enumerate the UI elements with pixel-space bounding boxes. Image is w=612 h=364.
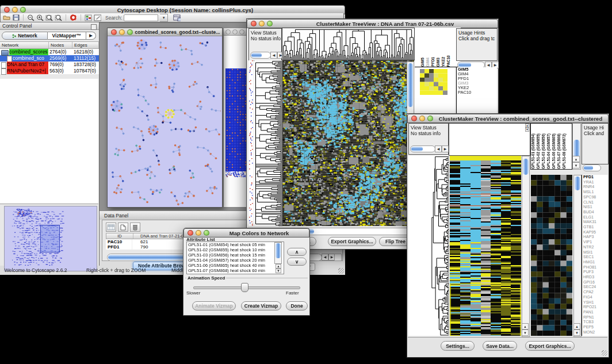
minimize-button[interactable] bbox=[196, 230, 201, 236]
attribute-list-item[interactable]: GPL51-04 (GSM857) heat shock 20 min bbox=[187, 258, 284, 263]
slower-label: Slower bbox=[186, 290, 200, 296]
titlebar-map-colors[interactable]: Map Colors to Network bbox=[183, 228, 309, 237]
minimize-button[interactable] bbox=[419, 116, 425, 121]
usage-hints-scrollbar[interactable] bbox=[583, 164, 601, 171]
close-button[interactable] bbox=[4, 7, 10, 13]
heatmap-main[interactable] bbox=[450, 156, 521, 336]
plugin-icon[interactable] bbox=[85, 14, 92, 21]
zoom-button[interactable] bbox=[204, 230, 209, 236]
tab-network[interactable]: Network bbox=[2, 32, 48, 40]
export-graphics-button[interactable]: Export Graphics... bbox=[525, 341, 575, 351]
control-panel-tabs: Network VizMapper™ ▶ bbox=[2, 32, 97, 40]
network-overview-panel[interactable] bbox=[4, 206, 97, 271]
search-dropdown-icon[interactable]: ▼ bbox=[160, 14, 168, 22]
search-input[interactable] bbox=[124, 14, 158, 21]
minimize-button[interactable] bbox=[119, 29, 125, 35]
zoom-out-icon[interactable] bbox=[27, 14, 35, 21]
map-colors-title: Map Colors to Network bbox=[209, 230, 309, 236]
titlebar-network-view-2[interactable] bbox=[224, 28, 249, 36]
column-dendrogram[interactable] bbox=[282, 28, 415, 60]
delete-attribute-icon[interactable] bbox=[130, 223, 140, 232]
status-welcome: Welcome to Cytoscape 2.6.2 bbox=[5, 267, 67, 273]
column-dendro-arrows[interactable]: ▲▼ bbox=[525, 124, 529, 132]
tab-overflow-button[interactable]: ▶ bbox=[86, 32, 96, 40]
attribute-list-item[interactable]: GPL51-03 (GSM856) heat shock 15 min bbox=[187, 252, 284, 258]
attribute-list-item[interactable]: GPL51-01 (GSM854) heat shock 05 min bbox=[187, 242, 284, 247]
zoom-vscrollbar[interactable] bbox=[573, 175, 582, 337]
zoom-scroll-arrows[interactable]: ▲▼ bbox=[573, 323, 580, 336]
move-up-button[interactable]: ∧ bbox=[287, 248, 307, 256]
heatmap-main[interactable] bbox=[282, 60, 414, 226]
tab-vizmapper[interactable]: VizMapper™ bbox=[48, 32, 86, 40]
done-button[interactable]: Done bbox=[286, 301, 308, 311]
network-list-empty-area bbox=[0, 79, 98, 204]
zoom-button[interactable] bbox=[127, 29, 133, 35]
resize-grip[interactable] bbox=[602, 350, 607, 356]
row-dendrogram[interactable] bbox=[254, 60, 282, 226]
attribute-list-scrollbar[interactable] bbox=[274, 242, 282, 264]
titlebar-treeview-combined[interactable]: ClusterMaker TreeView : combined_scores_… bbox=[407, 114, 609, 123]
zoom-button[interactable] bbox=[20, 7, 26, 13]
animation-slider-thumb[interactable] bbox=[241, 283, 248, 292]
attribute-select-icon[interactable] bbox=[106, 223, 116, 232]
close-button[interactable] bbox=[411, 116, 417, 121]
column-labels: GIM5GIM4PFD1GIM3YKE2PAC10 bbox=[415, 28, 461, 67]
create-vizmap-button[interactable]: Create Vizmap bbox=[241, 301, 281, 311]
attribute-list-item[interactable]: GPL51-06 (GSM865) heat shock 40 min bbox=[187, 263, 284, 268]
treeview-combined-title: ClusterMaker TreeView : combined_scores_… bbox=[433, 116, 608, 122]
heatmap-scroll-arrows[interactable]: ▲▼ bbox=[522, 323, 529, 336]
network-row[interactable]: combined_scores 2764(0) 16218(0) bbox=[0, 49, 99, 55]
network-canvas[interactable] bbox=[108, 36, 221, 206]
network-table: Network Nodes Edges combined_scores 2764… bbox=[0, 41, 99, 74]
network-row[interactable]: combined_sco 2569(6) 13112(15) bbox=[0, 55, 99, 62]
network-row[interactable]: RNAPuberNov2+| 563(0) 107847(0) bbox=[0, 68, 99, 74]
minimize-button[interactable] bbox=[12, 7, 18, 13]
attribute-list-scroll-arrows[interactable]: ▲▼ bbox=[276, 264, 281, 273]
zoom-in-icon[interactable] bbox=[36, 14, 44, 21]
attribute-list-item[interactable]: GPL51-07 (GSM868) heat shock 60 min bbox=[187, 268, 284, 273]
settings-button[interactable]: Settings... bbox=[441, 341, 475, 351]
table-import-icon[interactable] bbox=[173, 14, 181, 21]
close-button[interactable] bbox=[111, 29, 117, 35]
close-button[interactable] bbox=[188, 230, 193, 236]
titlebar-network-view[interactable]: combined_scores_good.txt--cluste... bbox=[108, 28, 222, 36]
open-icon[interactable] bbox=[3, 14, 10, 21]
window-treeview-combined: ClusterMaker TreeView : combined_scores_… bbox=[407, 113, 609, 358]
zoom-button[interactable] bbox=[427, 116, 433, 121]
zoom-fit-icon[interactable] bbox=[45, 14, 53, 21]
float-icon[interactable] bbox=[91, 24, 97, 30]
heatmap-vscrollbar[interactable] bbox=[522, 156, 530, 337]
attribute-list[interactable]: GPL51-01 (GSM854) heat shock 05 minGPL51… bbox=[186, 242, 284, 274]
window-network-view[interactable]: combined_scores_good.txt--cluste... bbox=[107, 28, 223, 208]
create-attribute-icon[interactable] bbox=[118, 223, 128, 232]
resize-grip[interactable] bbox=[338, 268, 344, 274]
save-icon[interactable] bbox=[12, 14, 20, 21]
control-panel: Control Panel Network VizMapper™ ▶ Netwo… bbox=[0, 22, 100, 266]
window-title: Cytoscape Desktop (Session Name: collins… bbox=[26, 7, 345, 13]
column-dendrogram-empty bbox=[449, 123, 530, 156]
annotation-icon[interactable] bbox=[94, 14, 101, 21]
treeview-dna-title: ClusterMaker TreeView : DNA and Tran 07-… bbox=[273, 21, 498, 27]
column-labels-scroll-arrows[interactable]: ▲▼ bbox=[572, 156, 580, 168]
zoom-selected-icon[interactable] bbox=[55, 14, 62, 21]
data-panel-scroll-arrows[interactable]: ◀▶ bbox=[322, 254, 335, 260]
zoom-button[interactable] bbox=[267, 21, 273, 26]
window-map-colors: Map Colors to Network Attribute List GPL… bbox=[183, 228, 310, 316]
titlebar-treeview-dna[interactable]: ClusterMaker TreeView : DNA and Tran 07-… bbox=[247, 19, 498, 28]
attribute-list-item[interactable]: GPL51-02 (GSM855) heat shock 10 min bbox=[187, 247, 284, 252]
help-icon[interactable] bbox=[70, 14, 77, 21]
minimize-button[interactable] bbox=[259, 21, 265, 26]
similarity-matrix[interactable] bbox=[420, 69, 447, 95]
close-button[interactable] bbox=[251, 21, 257, 26]
row-dendrogram[interactable] bbox=[408, 156, 449, 336]
heatmap-zoom[interactable] bbox=[531, 175, 572, 336]
export-graphics-button[interactable]: Export Graphics... bbox=[328, 237, 376, 246]
network-table-body: combined_scores 2764(0) 16218(0) combine… bbox=[0, 49, 99, 74]
row-overview-strip bbox=[248, 60, 254, 226]
network-row[interactable]: DNA and Tran 07 769(0) 183728(0) bbox=[0, 62, 99, 68]
window-controls[interactable] bbox=[4, 7, 26, 13]
status-hint-zoom: Right-click + drag to ZOOM bbox=[86, 267, 146, 273]
save-data-button[interactable]: Save Data... bbox=[483, 341, 517, 351]
animate-vizmap-button[interactable]: Animate Vizmap bbox=[192, 301, 236, 311]
move-down-button[interactable]: ∨ bbox=[287, 258, 307, 266]
